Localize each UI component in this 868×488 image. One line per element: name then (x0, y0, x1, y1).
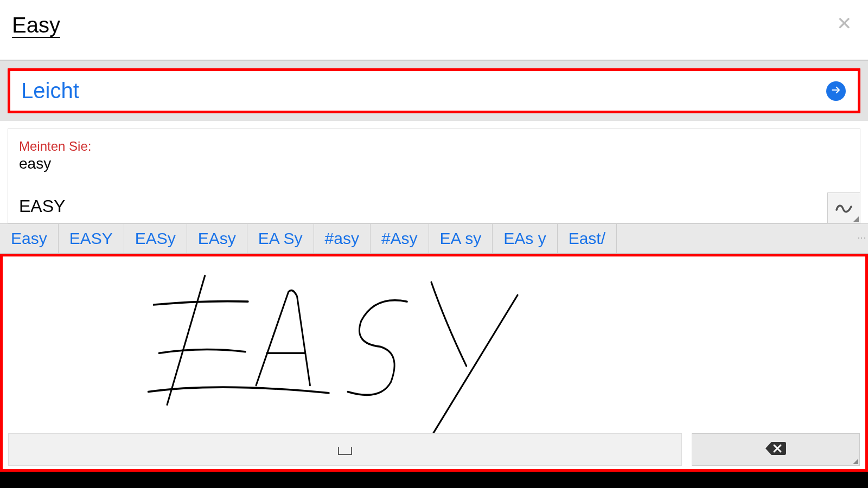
close-icon[interactable]: ✕ (837, 14, 852, 33)
handwriting-canvas[interactable]: ⌴ (0, 254, 868, 472)
suggestion-card: Meinten Sie: easy EASY (8, 129, 860, 223)
space-icon: ⌴ (337, 440, 353, 459)
candidate-item[interactable]: EASY (59, 224, 124, 253)
dictionary-headword: EASY (19, 196, 849, 216)
candidate-item[interactable]: #asy (314, 224, 371, 253)
candidate-item[interactable]: EASy (124, 224, 187, 253)
candidate-item[interactable]: EAsy (187, 224, 247, 253)
header: Easy ✕ (0, 0, 868, 60)
arrow-right-icon (830, 84, 842, 98)
translation-text: Leicht (21, 79, 79, 103)
candidate-item[interactable]: EAs y (493, 224, 557, 253)
page-title: Easy (12, 13, 60, 38)
handwriting-toggle-button[interactable] (827, 192, 860, 223)
resize-corner-icon (853, 216, 859, 222)
candidate-item[interactable]: East/ (558, 224, 617, 253)
candidate-strip: Easy EASY EASy EAsy EA Sy #asy #Asy EA s… (0, 223, 868, 254)
nav-bar-placeholder (0, 472, 868, 488)
resize-corner-icon (853, 459, 858, 464)
did-you-mean-word[interactable]: easy (19, 155, 849, 172)
backspace-icon (765, 441, 787, 458)
candidate-item[interactable]: #Asy (371, 224, 429, 253)
translation-toolbar: Leicht (0, 61, 868, 121)
candidate-item[interactable]: EA sy (429, 224, 493, 253)
candidate-item[interactable]: EA Sy (247, 224, 314, 253)
handwriting-bottom-bar: ⌴ (8, 433, 860, 466)
candidate-item[interactable]: Easy (0, 224, 59, 253)
translation-result-box: Leicht (8, 68, 860, 113)
did-you-mean-label: Meinten Sie: (19, 139, 849, 154)
space-button[interactable]: ⌴ (8, 433, 682, 466)
squiggle-icon (835, 199, 853, 217)
suggestion-area: Meinten Sie: easy EASY (0, 121, 868, 223)
more-candidates-icon[interactable]: ⋮ (855, 224, 868, 253)
backspace-button[interactable] (692, 433, 860, 466)
translate-go-button[interactable] (826, 81, 846, 101)
